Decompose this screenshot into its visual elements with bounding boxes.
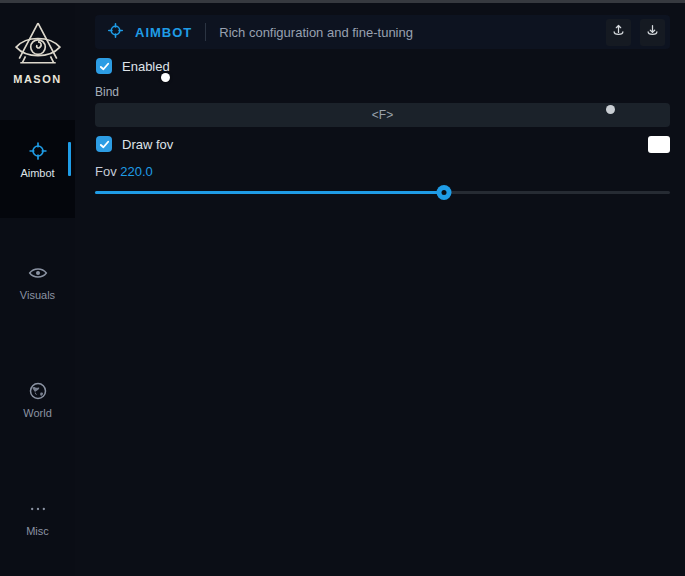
sidebar-item-label: Misc: [26, 525, 49, 537]
globe-icon: [0, 381, 75, 403]
sidebar-item-label: Visuals: [20, 289, 55, 301]
draw-fov-label: Draw fov: [122, 137, 173, 152]
download-icon: [645, 23, 660, 42]
sidebar-item-label: Aimbot: [20, 167, 54, 179]
draw-fov-row: Draw fov: [96, 136, 173, 152]
sidebar: MASON Aimbot Visuals World: [0, 3, 75, 576]
download-config-button[interactable]: [640, 19, 665, 46]
page-title: AIMBOT: [135, 25, 192, 40]
enabled-checkbox[interactable]: [96, 58, 112, 74]
sidebar-item-aimbot[interactable]: Aimbot: [0, 141, 75, 179]
bind-label: Bind: [95, 85, 119, 99]
brand-logo: MASON: [0, 20, 75, 85]
enabled-row: Enabled: [96, 58, 170, 74]
mouse-cursor-dot: [161, 73, 170, 82]
ellipsis-icon: [0, 499, 75, 521]
bind-key-field[interactable]: <F>: [95, 103, 670, 127]
fov-slider-handle[interactable]: [437, 185, 452, 200]
sidebar-item-label: World: [23, 407, 52, 419]
upload-config-button[interactable]: [606, 19, 631, 46]
main-panel: AIMBOT Rich configuration and fine-tunin…: [75, 3, 685, 576]
fov-label-row: Fov 220.0: [95, 164, 153, 179]
bind-key-value: <F>: [372, 108, 393, 122]
fov-slider[interactable]: [95, 183, 670, 203]
enabled-label: Enabled: [122, 59, 170, 74]
fov-slider-fill: [95, 191, 444, 194]
bind-field-dot: [606, 105, 615, 114]
eye-icon: [0, 263, 75, 285]
fov-color-swatch[interactable]: [648, 136, 670, 153]
brand-name: MASON: [0, 73, 75, 85]
fov-value: 220.0: [120, 164, 153, 179]
mason-eye-pyramid-icon: [0, 20, 75, 70]
crosshair-icon: [107, 22, 124, 43]
fov-label: Fov: [95, 164, 120, 179]
page-subtitle: Rich configuration and fine-tuning: [219, 25, 606, 40]
header-actions: [606, 19, 665, 46]
sidebar-item-misc[interactable]: Misc: [0, 499, 75, 537]
upload-icon: [611, 23, 626, 42]
sidebar-item-visuals[interactable]: Visuals: [0, 263, 75, 301]
page-header: AIMBOT Rich configuration and fine-tunin…: [95, 15, 670, 49]
crosshair-icon: [0, 141, 75, 163]
sidebar-item-world[interactable]: World: [0, 381, 75, 419]
header-divider: [205, 23, 206, 41]
draw-fov-checkbox[interactable]: [96, 136, 112, 152]
